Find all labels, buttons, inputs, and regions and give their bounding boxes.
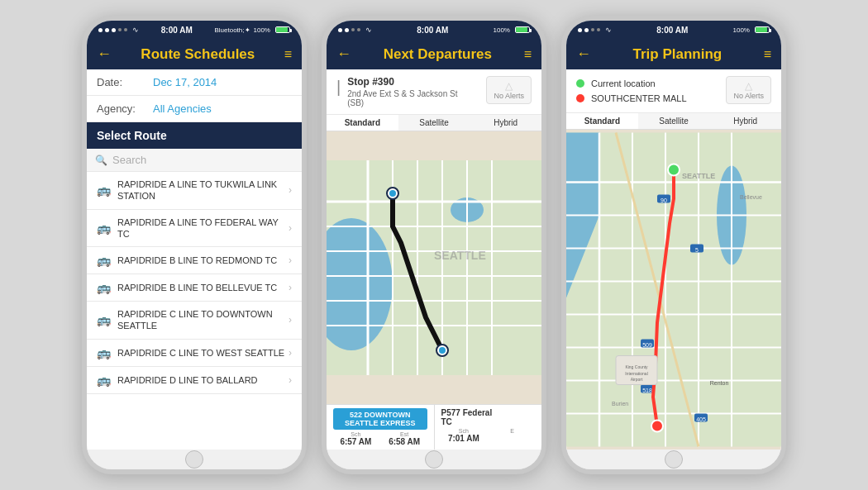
route-text: RAPIDRIDE D LINE TO BALLARD	[117, 374, 289, 386]
trip-fields: Current location SOUTHCENTER MALL	[576, 76, 726, 106]
content-2: | Stop #390 2nd Ave Ext S & S Jackson St…	[327, 69, 541, 450]
menu-button-3[interactable]: ≡	[764, 47, 771, 62]
battery-percent-1: 100%	[254, 26, 270, 34]
app-header-3: ← Trip Planning ≡	[566, 39, 781, 69]
route-text: RAPIDRIDE A LINE TO FEDERAL WAY TC	[117, 216, 289, 240]
route-item[interactable]: 🚌 RAPIDRIDE A LINE TO FEDERAL WAY TC ›	[87, 210, 302, 248]
tab-hybrid-3[interactable]: Hybrid	[709, 113, 781, 129]
select-route-header: Select Route	[87, 122, 302, 149]
menu-button-2[interactable]: ≡	[524, 47, 532, 62]
home-button-3[interactable]	[665, 450, 683, 469]
route-item[interactable]: 🚌 RAPIDRIDE C LINE TO DOWNTOWN SEATTLE ›	[87, 302, 302, 340]
phone-trip-planning: ∿ 8:00 AM 100% ← Trip Planning ≡ Current…	[561, 16, 786, 474]
bus-icon: 🚌	[97, 183, 111, 197]
dot4	[357, 28, 360, 31]
date-value[interactable]: Dec 17, 2014	[153, 76, 217, 88]
svg-text:International: International	[625, 371, 648, 376]
chevron-right-icon: ›	[289, 374, 292, 386]
route-item[interactable]: 🚌 RAPIDRIDE A LINE TO TUKWILA LINK STATI…	[87, 172, 302, 210]
battery-fill-2	[516, 27, 527, 32]
map-svg-3: 90 5 509 518 405 King County Internation…	[566, 130, 781, 450]
date-label: Date:	[97, 76, 146, 88]
route-item[interactable]: 🚌 RAPIDRIDE C LINE TO WEST SEATTLE ›	[87, 340, 302, 367]
chevron-right-icon: ›	[289, 222, 292, 234]
dot4	[118, 28, 122, 31]
bus-icon: 🚌	[97, 281, 111, 294]
bus-icon: 🚌	[97, 346, 111, 359]
dot1	[338, 28, 342, 32]
phones-container: ∿ 8:00 AM Bluetooth;✦ 100% ← Route Sched…	[74, 0, 794, 490]
home-button-1[interactable]	[185, 450, 203, 469]
signal-dots-3: ∿	[578, 26, 612, 34]
stop-details: Stop #390 2nd Ave Ext S & S Jackson St (…	[347, 76, 457, 107]
dep-est-label-2: E	[489, 428, 535, 434]
bus-icon: 🚌	[97, 313, 111, 326]
tab-standard-3[interactable]: Standard	[566, 113, 638, 129]
agency-row: Agency: All Agencies	[87, 96, 302, 122]
tab-hybrid-2[interactable]: Hybrid	[470, 115, 541, 131]
svg-text:90: 90	[661, 197, 667, 203]
search-bar[interactable]: 🔍 Search	[87, 149, 302, 172]
svg-point-56	[651, 421, 663, 432]
route-item[interactable]: 🚌 RAPIDRIDE B LINE TO BELLEVUE TC ›	[87, 274, 302, 302]
back-button-3[interactable]: ←	[576, 45, 591, 63]
agency-label: Agency:	[97, 102, 146, 115]
to-field[interactable]: SOUTHCENTER MALL	[576, 91, 726, 106]
app-header-1: ← Route Schedules ≡	[87, 39, 302, 69]
dot1	[98, 28, 103, 32]
status-time-2: 8:00 AM	[417, 26, 448, 35]
stop-number: Stop #390	[347, 76, 457, 88]
agency-value[interactable]: All Agencies	[153, 102, 212, 115]
departures-bottom: 522 DOWNTOWN SEATTLE EXPRESS Sch 6:57 AM…	[327, 404, 541, 450]
dot2	[105, 28, 109, 32]
no-alerts-text-3: No Alerts	[733, 92, 764, 100]
svg-point-18	[439, 347, 446, 354]
page-title-3: Trip Planning	[591, 46, 764, 63]
dot3	[112, 28, 116, 32]
map-svg-2: SEATTLE	[327, 131, 541, 404]
dot4	[597, 28, 600, 31]
status-right-2: 100%	[494, 26, 530, 34]
dep-est-col-2: E	[489, 428, 535, 443]
to-label: SOUTHCENTER MALL	[591, 93, 687, 103]
from-field[interactable]: Current location	[576, 76, 726, 91]
svg-text:405: 405	[696, 416, 706, 422]
route-item[interactable]: 🚌 RAPIDRIDE B LINE TO REDMOND TC ›	[87, 247, 302, 274]
departure-card-2[interactable]: P577 FederalTC Sch 7:01 AM E	[435, 405, 542, 450]
departure-card-1[interactable]: 522 DOWNTOWN SEATTLE EXPRESS Sch 6:57 AM…	[327, 405, 435, 450]
svg-text:Airport: Airport	[631, 377, 643, 382]
page-title-1: Route Schedules	[112, 46, 284, 63]
departure-route-1: 522 DOWNTOWN SEATTLE EXPRESS	[333, 408, 427, 430]
tab-satellite-3[interactable]: Satellite	[638, 113, 710, 129]
route-text: RAPIDRIDE C LINE TO DOWNTOWN SEATTLE	[117, 308, 289, 332]
menu-button-1[interactable]: ≡	[284, 47, 292, 62]
tab-standard-2[interactable]: Standard	[327, 115, 398, 131]
svg-point-16	[389, 190, 396, 197]
route-item[interactable]: 🚌 RAPIDRIDE D LINE TO BALLARD ›	[87, 367, 302, 394]
departure-times-1: Sch 6:57 AM Est 6:58 AM	[333, 431, 427, 446]
date-row: Date: Dec 17, 2014	[87, 69, 302, 96]
home-button-2[interactable]	[425, 450, 443, 469]
search-placeholder: Search	[112, 154, 146, 166]
tab-satellite-2[interactable]: Satellite	[398, 115, 470, 131]
battery-fill-3	[756, 27, 767, 32]
route-text: RAPIDRIDE A LINE TO TUKWILA LINK STATION	[117, 178, 289, 202]
no-alerts-box-2: △ No Alerts	[486, 76, 532, 104]
dot3	[591, 28, 594, 31]
map-2: SEATTLE	[327, 131, 541, 404]
back-button-1[interactable]: ←	[97, 45, 112, 63]
status-time-1: 8:00 AM	[161, 26, 193, 35]
dot2	[345, 28, 349, 32]
back-button-2[interactable]: ←	[336, 45, 351, 63]
search-icon: 🔍	[95, 155, 107, 166]
dot2	[584, 28, 589, 32]
chevron-right-icon: ›	[289, 184, 292, 196]
dep-sch-label-1: Sch	[333, 431, 379, 437]
routes-list: 🚌 RAPIDRIDE A LINE TO TUKWILA LINK STATI…	[87, 172, 302, 394]
svg-text:518: 518	[642, 388, 652, 393]
svg-text:Bellevue: Bellevue	[740, 194, 762, 200]
alert-icon-2: △	[505, 80, 513, 92]
stop-address: 2nd Ave Ext S & S Jackson St (SB)	[347, 89, 457, 107]
svg-text:5: 5	[695, 247, 699, 253]
battery-icon-1	[275, 26, 290, 33]
